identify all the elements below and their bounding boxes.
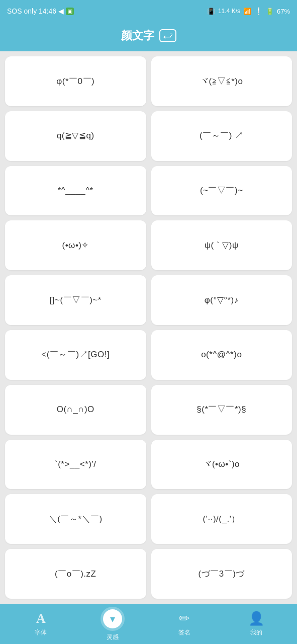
kaomoji-text-8: ψ( ` ▽)ψ (205, 239, 239, 252)
kaomoji-card-5[interactable]: *^____^* (5, 166, 146, 216)
kaomoji-grid: φ(*￣0￣)ヾ(≧▽≦*)oq(≧▽≦q)(￣～￣) ↗*^____^*(~￣… (0, 51, 297, 604)
kaomoji-text-5: *^____^* (58, 185, 93, 197)
kaomoji-card-12[interactable]: o(*^@^*)o (151, 330, 292, 380)
app-title: 颜文字 (121, 28, 154, 43)
kaomoji-text-16: ヾ(•ω•`)o (203, 458, 240, 470)
kaomoji-text-6: (~￣▽￣)~ (200, 185, 243, 197)
kaomoji-text-2: ヾ(≧▽≦*)o (200, 75, 243, 88)
kaomoji-card-7[interactable]: (•ω•)✧ (5, 220, 146, 270)
kaomoji-card-3[interactable]: q(≧▽≦q) (5, 111, 146, 161)
kaomoji-card-8[interactable]: ψ( ` ▽)ψ (151, 220, 292, 270)
kaomoji-card-4[interactable]: (￣～￣) ↗ (151, 111, 292, 161)
nav-item-mine[interactable]: 👤我的 (220, 611, 292, 637)
kaomoji-text-14: §(*￣▽￣*)§ (196, 404, 246, 416)
kaomoji-text-10: φ(°▽°*)♪ (205, 294, 239, 306)
status-left: SOS only 14:46 ◀ ▣ (7, 7, 74, 15)
nav-icon-inspiration: ▾ (110, 613, 115, 625)
nav-label-mine: 我的 (250, 628, 262, 637)
kaomoji-card-10[interactable]: φ(°▽°*)♪ (151, 275, 292, 325)
app-header: 颜文字 ⮐ (0, 22, 297, 51)
nav-item-inspiration[interactable]: ▾灵感 (77, 607, 149, 641)
status-bar: SOS only 14:46 ◀ ▣ 📳 11.4 K/s 📶 ❕ 🔋 67% (0, 0, 297, 22)
kaomoji-card-11[interactable]: <(￣～￣)↗[GO!] (5, 330, 146, 380)
kaomoji-text-3: q(≧▽≦q) (57, 130, 94, 142)
kaomoji-text-20: (づ￣3￣)づ (199, 568, 245, 580)
nav-item-font[interactable]: A字体 (5, 611, 77, 637)
bottom-nav: A字体▾灵感✏签名👤我的 (0, 604, 297, 644)
speed-indicator: 11.4 K/s (218, 8, 240, 15)
nav-item-signature[interactable]: ✏签名 (149, 611, 221, 637)
wifi-icon: 📶 (243, 8, 251, 15)
alert-icon: ❕ (254, 7, 263, 15)
nav-label-signature: 签名 (178, 628, 190, 637)
kaomoji-text-7: (•ω•)✧ (62, 239, 89, 252)
nav-icon-signature: ✏ (179, 611, 190, 626)
status-right: 📳 11.4 K/s 📶 ❕ 🔋 67% (207, 7, 290, 15)
kaomoji-card-2[interactable]: ヾ(≧▽≦*)o (151, 56, 292, 106)
kaomoji-text-19: (￣o￣).zZ (55, 568, 96, 580)
kaomoji-card-15[interactable]: `(*>__<*)'/ (5, 440, 146, 490)
kaomoji-card-19[interactable]: (￣o￣).zZ (5, 549, 146, 599)
nav-icon-mine: 👤 (248, 611, 264, 626)
nav-icon-font: A (36, 611, 46, 626)
kaomoji-text-4: (￣～￣) ↗ (200, 130, 244, 142)
kaomoji-text-11: <(￣～￣)↗[GO!] (41, 349, 110, 361)
kaomoji-text-9: []~(￣▽￣)~* (50, 294, 102, 306)
kaomoji-text-18: ('··)/(_.'） (203, 513, 240, 525)
battery-percent: 67% (277, 8, 290, 15)
kaomoji-text-13: O(∩_∩)O (57, 404, 94, 416)
nav-label-font: 字体 (35, 628, 47, 637)
nav-label-inspiration: 灵感 (107, 633, 119, 641)
kaomoji-card-1[interactable]: φ(*￣0￣) (5, 56, 146, 106)
kaomoji-card-6[interactable]: (~￣▽￣)~ (151, 166, 292, 216)
kaomoji-text-12: o(*^@^*)o (201, 349, 242, 361)
navigation-icon: ◀ (58, 7, 64, 15)
app-icon: ▣ (66, 8, 74, 15)
kaomoji-card-20[interactable]: (づ￣3￣)づ (151, 549, 292, 599)
kaomoji-card-9[interactable]: []~(￣▽￣)~* (5, 275, 146, 325)
kaomoji-card-17[interactable]: ＼(￣～*＼￣) (5, 494, 146, 544)
kaomoji-text-15: `(*>__<*)'/ (55, 458, 96, 470)
kaomoji-text-17: ＼(￣～*＼￣) (49, 513, 103, 525)
kaomoji-text-1: φ(*￣0￣) (56, 75, 94, 88)
kaomoji-card-13[interactable]: O(∩_∩)O (5, 385, 146, 435)
kaomoji-card-16[interactable]: ヾ(•ω•`)o (151, 440, 292, 490)
kaomoji-card-14[interactable]: §(*￣▽￣*)§ (151, 385, 292, 435)
vibrate-icon: 📳 (207, 8, 215, 15)
status-sos-time: SOS only 14:46 (7, 7, 56, 15)
share-icon[interactable]: ⮐ (159, 29, 176, 42)
nav-active-circle: ▾ (101, 607, 125, 631)
battery-icon: 🔋 (266, 8, 274, 15)
kaomoji-card-18[interactable]: ('··)/(_.'） (151, 494, 292, 544)
